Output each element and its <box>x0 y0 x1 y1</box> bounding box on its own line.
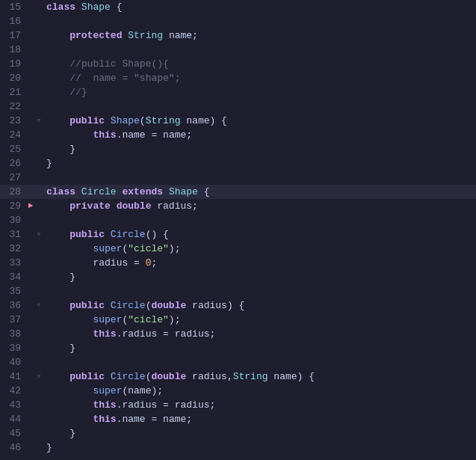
code-line: 40 <box>0 355 476 369</box>
code-content <box>43 43 476 57</box>
code-line: 29 ► private double radius; <box>0 199 476 213</box>
fold-indicator <box>34 213 43 227</box>
code-content: super("cicle"); <box>43 313 476 327</box>
code-content: } <box>43 156 476 171</box>
code-content: class Shape { <box>43 0 476 14</box>
code-line: 18 <box>0 43 476 57</box>
code-content: } <box>43 142 476 156</box>
line-number: 44 <box>0 412 27 426</box>
fold-indicator <box>34 99 43 114</box>
code-line: 41 ▿ public Circle(double radius,String … <box>0 369 476 384</box>
code-content: this.name = name; <box>43 128 476 142</box>
code-content <box>43 171 476 185</box>
breakpoint-area <box>27 227 34 242</box>
fold-indicator <box>34 412 43 426</box>
fold-indicator: ▿ <box>34 298 43 313</box>
line-number: 43 <box>0 398 27 412</box>
line-number: 18 <box>0 43 27 57</box>
fold-indicator <box>34 142 43 156</box>
line-number: 28 <box>0 185 27 199</box>
line-number: 27 <box>0 171 27 185</box>
code-content: } <box>43 426 476 441</box>
code-line: 25 } <box>0 142 476 156</box>
fold-indicator <box>34 185 43 199</box>
breakpoint-area <box>27 341 34 355</box>
line-number: 26 <box>0 156 27 171</box>
code-content: this.name = name; <box>43 412 476 426</box>
code-line: 22 <box>0 99 476 114</box>
line-number: 45 <box>0 426 27 441</box>
line-number: 38 <box>0 327 27 341</box>
breakpoint-area <box>27 355 34 369</box>
code-line: 37 super("cicle"); <box>0 313 476 327</box>
line-number: 39 <box>0 341 27 355</box>
code-line: 23 ▿ public Shape(String name) { <box>0 114 476 128</box>
code-line: 24 this.name = name; <box>0 128 476 142</box>
code-content: } <box>43 441 476 455</box>
line-number: 37 <box>0 313 27 327</box>
code-content: public Circle(double radius) { <box>43 298 476 313</box>
code-content: this.radius = radius; <box>43 327 476 341</box>
breakpoint-area <box>27 14 34 28</box>
fold-indicator <box>34 270 43 284</box>
fold-indicator <box>34 284 43 298</box>
line-number: 31 <box>0 227 27 242</box>
code-line: 39 } <box>0 341 476 355</box>
fold-indicator <box>34 327 43 341</box>
breakpoint-area <box>27 142 34 156</box>
code-content: super(name); <box>43 384 476 398</box>
breakpoint-area <box>27 298 34 313</box>
fold-indicator: ▿ <box>34 114 43 128</box>
line-number: 46 <box>0 441 27 455</box>
line-number: 22 <box>0 99 27 114</box>
code-line: 45 } <box>0 426 476 441</box>
code-content: this.radius = radius; <box>43 398 476 412</box>
breakpoint-area <box>27 412 34 426</box>
code-content <box>43 355 476 369</box>
line-number: 21 <box>0 85 27 99</box>
breakpoint-area <box>27 57 34 71</box>
code-content: //public Shape(){ <box>43 57 476 71</box>
code-line: 31 ▿ public Circle() { <box>0 227 476 242</box>
fold-indicator <box>34 0 43 14</box>
fold-indicator <box>34 43 43 57</box>
code-line: 46 } <box>0 441 476 455</box>
code-editor: 15 class Shape { 16 17 protected String … <box>0 0 476 460</box>
breakpoint-area <box>27 242 34 256</box>
code-content: public Circle(double radius,String name)… <box>43 369 476 384</box>
code-content: //} <box>43 85 476 99</box>
breakpoint-area <box>27 313 34 327</box>
code-line: 15 class Shape { <box>0 0 476 14</box>
breakpoint-area <box>27 369 34 384</box>
code-line: 44 this.name = name; <box>0 412 476 426</box>
line-number: 19 <box>0 57 27 71</box>
breakpoint-area <box>27 43 34 57</box>
code-line: 33 radius = 0; <box>0 256 476 270</box>
fold-indicator <box>34 441 43 455</box>
fold-indicator <box>34 384 43 398</box>
code-lines: 15 class Shape { 16 17 protected String … <box>0 0 476 455</box>
fold-indicator <box>34 313 43 327</box>
code-content: public Shape(String name) { <box>43 114 476 128</box>
code-line: 34 } <box>0 270 476 284</box>
line-number: 33 <box>0 256 27 270</box>
line-number: 30 <box>0 213 27 227</box>
line-number: 16 <box>0 14 27 28</box>
breakpoint-area <box>27 156 34 171</box>
breakpoint-area <box>27 128 34 142</box>
breakpoint-area <box>27 0 34 14</box>
breakpoint-area <box>27 185 34 199</box>
line-number: 29 <box>0 199 27 213</box>
line-number: 34 <box>0 270 27 284</box>
breakpoint-area <box>27 85 34 99</box>
breakpoint-area <box>27 270 34 284</box>
line-number: 15 <box>0 0 27 14</box>
code-content <box>43 284 476 298</box>
breakpoint-area <box>27 28 34 43</box>
code-content <box>43 99 476 114</box>
code-line: 21 //} <box>0 85 476 99</box>
code-line: 36 ▿ public Circle(double radius) { <box>0 298 476 313</box>
fold-indicator <box>34 355 43 369</box>
code-line: 35 <box>0 284 476 298</box>
code-content <box>43 213 476 227</box>
